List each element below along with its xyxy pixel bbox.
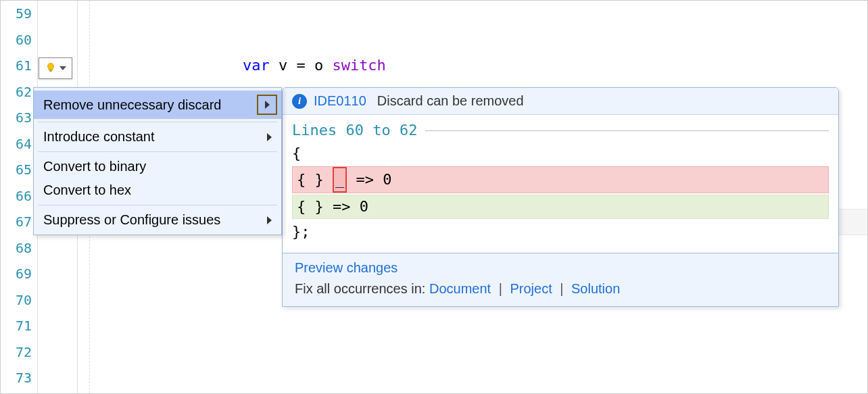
diff-context-line: { (292, 142, 829, 165)
line-number: 70 (1, 287, 32, 314)
preview-header: i IDE0110 Discard can be removed (283, 88, 838, 115)
menu-separator (38, 205, 277, 205)
quick-action-label: Suppress or Configure issues (43, 212, 220, 228)
chevron-right-icon (267, 216, 272, 224)
line-number-gutter: 596061626364656667686970717273 (1, 1, 37, 393)
svg-rect-1 (50, 71, 52, 72)
preview-changes-panel: i IDE0110 Discard can be removed Lines 6… (282, 87, 839, 307)
diagnostic-id[interactable]: IDE0110 (314, 93, 366, 109)
preview-footer: Preview changes Fix all occurrences in: … (283, 253, 838, 306)
line-number: 62 (1, 79, 32, 105)
lightbulb-button[interactable] (39, 57, 72, 79)
preview-changes-link[interactable]: Preview changes (295, 260, 397, 275)
code-line[interactable] (94, 365, 867, 391)
diff-context-line: }; (292, 220, 829, 243)
chevron-down-icon (59, 66, 66, 70)
quick-actions-menu: Remove unnecessary discardIntroduce cons… (33, 87, 282, 235)
quick-action-label: Convert to hex (43, 182, 131, 198)
line-number: 65 (1, 157, 32, 183)
code-line[interactable]: var v = o switch (94, 53, 867, 79)
quick-action-item[interactable]: Suppress or Configure issues (34, 208, 281, 232)
lightbulb-icon (45, 62, 57, 74)
fix-all-label: Fix all occurrences in: (295, 281, 425, 296)
chevron-right-icon (267, 133, 272, 141)
line-number: 73 (1, 365, 32, 391)
fix-all-document-link[interactable]: Document (429, 281, 491, 296)
line-number: 71 (1, 313, 32, 339)
diff-range-title: Lines 60 to 62 (292, 119, 829, 142)
line-number: 72 (1, 339, 32, 366)
line-number: 60 (1, 27, 32, 53)
line-number: 63 (1, 105, 32, 131)
quick-action-item[interactable]: Convert to hex (34, 178, 281, 202)
menu-separator (38, 122, 277, 122)
info-icon: i (292, 94, 307, 109)
quick-action-item[interactable]: Remove unnecessary discard (34, 91, 281, 119)
preview-diff: Lines 60 to 62 { { } _ => 0 { } => 0 }; (283, 115, 838, 253)
chevron-right-icon (265, 101, 270, 109)
diff-deleted-line: { } _ => 0 (292, 166, 829, 193)
quick-action-item[interactable]: Convert to binary (34, 155, 281, 178)
quick-action-label: Introduce constant (43, 129, 155, 145)
quick-action-label: Convert to binary (43, 159, 146, 174)
fix-all-solution-link[interactable]: Solution (571, 281, 620, 296)
line-number: 66 (1, 183, 32, 210)
removed-discard-token: _ (333, 167, 347, 193)
line-number: 61 (1, 53, 32, 79)
line-number: 67 (1, 209, 32, 235)
line-number: 64 (1, 131, 32, 157)
fix-all-project-link[interactable]: Project (510, 281, 552, 296)
line-number: 59 (1, 1, 32, 27)
svg-rect-0 (49, 70, 52, 71)
quick-action-label: Remove unnecessary discard (43, 97, 221, 113)
quick-action-item[interactable]: Introduce constant (34, 125, 281, 149)
line-number: 69 (1, 261, 32, 287)
diagnostic-message: Discard can be removed (377, 93, 524, 109)
menu-separator (38, 151, 277, 152)
diff-added-line: { } => 0 (292, 195, 829, 219)
line-number: 68 (1, 235, 32, 262)
submenu-indicator-box (257, 95, 277, 115)
